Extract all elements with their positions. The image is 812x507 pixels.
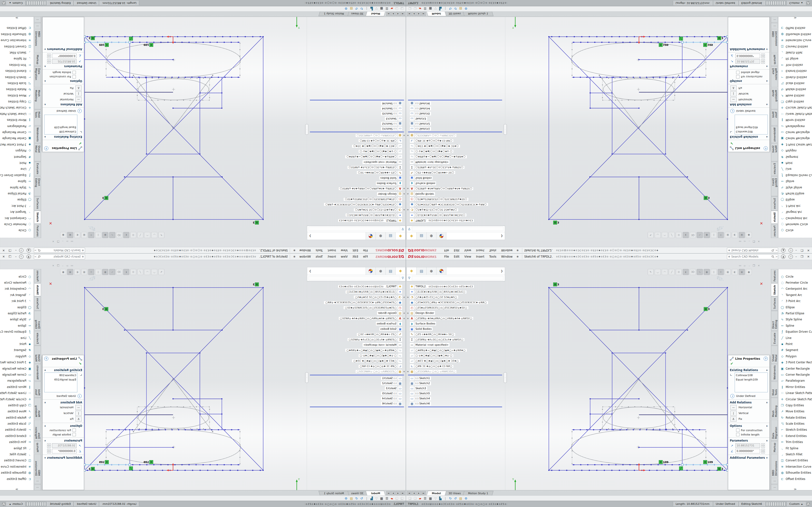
- point-tool-icon[interactable]: ⊙: [130, 232, 136, 238]
- collapse-icon[interactable]: ∧: [44, 425, 46, 427]
- tool-center-rectangle[interactable]: ▣Center Rectangle: [0, 135, 34, 142]
- for-construction-checkbox[interactable]: [736, 429, 740, 432]
- view-grid-icon[interactable]: ▦: [725, 232, 731, 238]
- tool-center-rectangle[interactable]: ▣Center Rectangle: [778, 135, 812, 142]
- tool-circle[interactable]: ○Circle: [778, 227, 812, 233]
- cancel-sketch-icon[interactable]: ✕: [760, 221, 763, 225]
- tree-item-history[interactable]: ▶◔◯Λ✱◎✚Ƨ5·ƧƆ◯⊙◯ƆƧ·5Ƨ✚◎✱Λ◯: [407, 294, 458, 300]
- search-icon[interactable]: [38, 255, 41, 258]
- filter-funnel-icon[interactable]: ∇: [408, 276, 410, 280]
- tree-item-surface-bodies[interactable]: ◗Surface Bodies: [376, 321, 405, 326]
- sync-icon[interactable]: ↻: [360, 7, 363, 11]
- view-splines-icon[interactable]: ∿: [109, 269, 115, 275]
- collapse-icon[interactable]: ∧: [44, 80, 46, 82]
- tool-3-point-center-rectangle[interactable]: ◈3 Point Center Recta...: [0, 359, 34, 365]
- tool-copy-entities[interactable]: ❐Copy Entities: [0, 402, 34, 408]
- child-restore-icon[interactable]: ▭: [71, 264, 73, 267]
- tool-perimeter-circle[interactable]: ◌Perimeter Circle: [0, 221, 34, 227]
- tab-motion-study[interactable]: Motion Study 1: [318, 491, 349, 496]
- tool-trim-entities[interactable]: ✂Trim Entities: [0, 439, 34, 445]
- tab-last-button[interactable]: ▶|: [421, 491, 426, 495]
- tool-mirror-entities[interactable]: ∥Mirror Entities: [778, 117, 812, 123]
- tool-fit-spline[interactable]: ◟Fit Spline: [778, 445, 812, 451]
- relation-badge[interactable]: ≡109: [659, 460, 668, 464]
- tab-first-button[interactable]: |◀: [401, 491, 405, 495]
- filter-icon[interactable]: ▽: [375, 7, 378, 11]
- relations-listbox[interactable]: Collinear108 Equal length109: [44, 115, 77, 134]
- view-sketch-icon[interactable]: ◖: [123, 269, 129, 275]
- rollback-bar[interactable]: [408, 375, 502, 376]
- relation-badge[interactable]: ▨3: [704, 307, 710, 311]
- view-cube-icon[interactable]: ▣: [739, 269, 745, 275]
- tool-move-entities[interactable]: ↗Move Entities: [778, 408, 812, 414]
- panel-expand-icon[interactable]: ❯: [307, 232, 313, 240]
- tool-extend-entities[interactable]: ⊦Extend Entities: [0, 433, 34, 439]
- tool-equation-driven-curve[interactable]: ƒEquation Driven Curve: [0, 329, 34, 335]
- filter-icon[interactable]: ▽: [434, 7, 437, 11]
- pin-menu-icon[interactable]: ✱: [516, 255, 519, 258]
- tool-line[interactable]: ╱Line: [0, 335, 34, 341]
- view-shaded-icon[interactable]: ●: [60, 232, 66, 238]
- relation-badge[interactable]: ≡109: [659, 43, 668, 47]
- tab-featuremanager[interactable]: ❖: [395, 232, 405, 240]
- horizontal-relation-button[interactable]: —: [75, 97, 82, 102]
- tool-copy-entities[interactable]: ❐Copy Entities: [0, 99, 34, 105]
- arc2-tool-icon[interactable]: ◠: [144, 232, 150, 238]
- sync2-icon[interactable]: ↺: [454, 497, 457, 500]
- layer-icon[interactable]: ❏: [408, 497, 411, 500]
- relation-badge[interactable]: ≡109: [703, 460, 713, 464]
- tree-item-sketch2[interactable]: ▦(-) Sketch2: [407, 381, 431, 386]
- tab-sketch[interactable]: Sketch: [771, 283, 778, 296]
- child-maximize-icon[interactable]: ❐: [57, 264, 59, 267]
- sync2-icon[interactable]: ↺: [355, 497, 358, 500]
- tool-rotate-entities[interactable]: ↻Rotate Entities: [778, 87, 812, 93]
- tree-item-surface-bodies[interactable]: ◗Surface Bodies: [407, 181, 436, 186]
- search-icon[interactable]: [771, 249, 774, 252]
- tool-parallelogram[interactable]: ▱Parallelogram: [0, 123, 34, 129]
- filter-funnel-icon[interactable]: ∇: [402, 227, 404, 231]
- tool-stretch-entities[interactable]: ⌐Stretch Entities: [778, 74, 812, 80]
- tree-item-design-binder[interactable]: ▶▤Design Binder: [377, 311, 405, 316]
- tab-features[interactable]: Features: [771, 224, 778, 238]
- tool-polygon[interactable]: ◇Polygon: [778, 353, 812, 359]
- tab-3d-views[interactable]: 3D Views: [346, 11, 369, 16]
- view-grid-icon[interactable]: ▦: [81, 269, 87, 275]
- tab-surfaces[interactable]: Surfaces: [34, 296, 41, 311]
- tab-configurationmanager[interactable]: ⊕: [375, 267, 386, 275]
- sync2-icon[interactable]: ↺: [355, 7, 358, 11]
- search-dropdown-icon[interactable]: ▾: [35, 256, 37, 258]
- collapse-icon[interactable]: ∧: [766, 65, 768, 68]
- tree-item-sketch2[interactable]: ▦(-) Sketch2: [407, 121, 431, 126]
- panel-splitter[interactable]: [505, 0, 505, 238]
- line-tool-icon[interactable]: ╱: [669, 232, 675, 238]
- search-box[interactable]: ❖ Search CAD Models ▾: [727, 248, 778, 253]
- angle-field[interactable]: 0.00000000°: [735, 54, 760, 58]
- tool-mirror-entities[interactable]: ∥Mirror Entities: [778, 384, 812, 390]
- chart-icon[interactable]: ▙: [370, 7, 373, 11]
- angle-spinner[interactable]: ▴▾: [761, 54, 765, 58]
- tab-model[interactable]: Model: [366, 11, 386, 16]
- tree-item-right-plane[interactable]: ▱◯✚ƧƆ·✱◯✱◉[◯⊙◯]◉✱◯✱·ƆƧ✚◯: [352, 358, 405, 363]
- tree-item-solid-bodies[interactable]: ▣Solid Bodies: [407, 175, 433, 181]
- ok-button[interactable]: ✔: [730, 141, 768, 146]
- tab-sketch[interactable]: Sketch: [34, 211, 41, 224]
- relations-listbox[interactable]: Collinear108 Equal length109: [735, 373, 768, 392]
- tab-model[interactable]: Model: [426, 491, 446, 496]
- view-planes-icon[interactable]: ▯: [95, 269, 101, 275]
- tool-3-point-arc[interactable]: ◜3 Point Arc: [778, 298, 812, 304]
- user-account-icon[interactable]: [27, 248, 31, 252]
- tool-linear-pattern[interactable]: ∷Linear Sketch Pattern: [0, 390, 34, 396]
- collapse-icon[interactable]: ∧: [44, 65, 46, 68]
- help-icon[interactable]: ?: [789, 248, 793, 252]
- tree-item-sensors[interactable]: ◉◯Ƨ5✚3ƐƧ5◯ИN◎·✚ƆC3ƐN3Ɛ5Ƨ◯⊙◯Ƨ53ƐN3ƐƆC✚·◎N…: [407, 202, 488, 207]
- relation-item[interactable]: Equal length109: [45, 125, 76, 130]
- tool-spline[interactable]: ∾Spline: [778, 323, 812, 329]
- folder-icon[interactable]: ▤: [350, 7, 353, 11]
- tree-item-sketch6[interactable]: ▦(-) Sketch6: [381, 401, 405, 406]
- child-minimize-icon[interactable]: –: [749, 264, 750, 267]
- tree-item-sketch5[interactable]: ▭(-) Sketch5: [381, 111, 405, 116]
- tree-item-sketch1[interactable]: ▭(-) Sketch1: [381, 126, 405, 131]
- search-input[interactable]: Search CAD Models: [731, 249, 770, 252]
- tool-trim-entities[interactable]: ✂Trim Entities: [778, 62, 812, 68]
- tab-sheet-metal[interactable]: Sheet Metal: [34, 346, 41, 363]
